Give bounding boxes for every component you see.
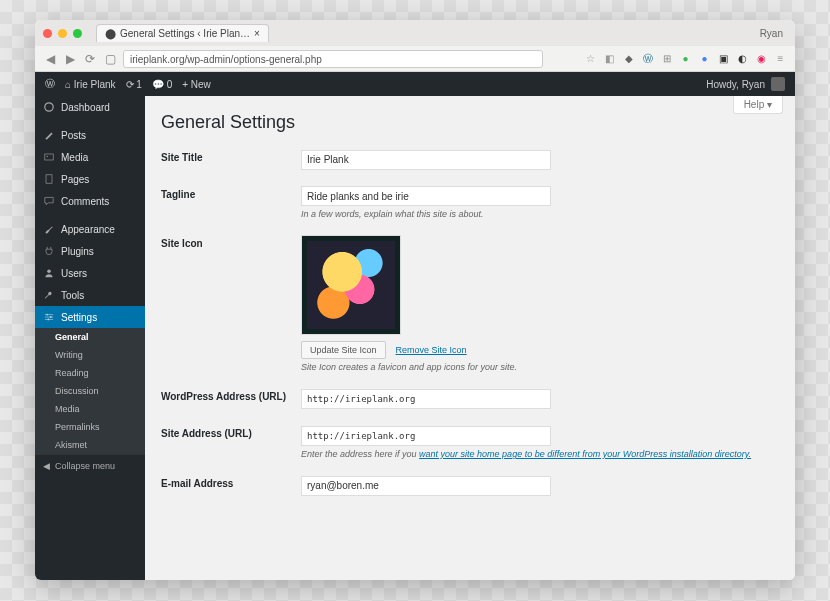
ext-icon[interactable]: ⊞ xyxy=(660,52,673,65)
submenu-writing[interactable]: Writing xyxy=(35,346,145,364)
help-button[interactable]: Help ▾ xyxy=(733,96,783,114)
submenu-media[interactable]: Media xyxy=(35,400,145,418)
sidebar-item-appearance[interactable]: Appearance xyxy=(35,218,145,240)
nav-forward-icon[interactable]: ▶ xyxy=(63,52,77,66)
avatar[interactable] xyxy=(771,77,785,91)
adminbar-new[interactable]: + New xyxy=(182,79,211,90)
sidebar-item-users[interactable]: Users xyxy=(35,262,145,284)
adminbar-site: ⌂ Irie Plank xyxy=(65,79,116,90)
svg-rect-3 xyxy=(46,175,52,183)
sidebar-item-settings[interactable]: Settings xyxy=(35,306,145,328)
wp-admin: Ⓦ ⌂ Irie Plank ⟳ 1 💬 0 + New Howdy, Ryan… xyxy=(35,72,795,580)
row-tagline: Tagline In a few words, explain what thi… xyxy=(161,186,779,220)
svg-point-4 xyxy=(47,269,51,273)
sidebar-item-dashboard[interactable]: Dashboard xyxy=(35,96,145,118)
svg-point-6 xyxy=(50,316,52,318)
site-icon-preview xyxy=(301,235,401,335)
maximize-dot[interactable] xyxy=(73,29,82,38)
adminbar: Ⓦ ⌂ Irie Plank ⟳ 1 💬 0 + New Howdy, Ryan xyxy=(35,72,795,96)
submenu-reading[interactable]: Reading xyxy=(35,364,145,382)
wordpress-icon[interactable]: Ⓦ xyxy=(45,77,55,91)
remove-site-icon-link[interactable]: Remove Site Icon xyxy=(396,345,467,355)
row-email: E-mail Address xyxy=(161,475,779,496)
star-icon[interactable]: ☆ xyxy=(584,52,597,65)
settings-submenu: General Writing Reading Discussion Media… xyxy=(35,328,145,454)
content-area: Help ▾ General Settings Site Title Tagli… xyxy=(145,96,795,580)
row-site-icon: Site Icon Update Site Icon Remove Site I… xyxy=(161,235,779,372)
browser-profile[interactable]: Ryan xyxy=(760,28,783,39)
user-icon xyxy=(43,267,55,279)
pin-icon xyxy=(43,129,55,141)
label-site-icon: Site Icon xyxy=(161,235,301,372)
input-site-url[interactable] xyxy=(301,426,551,446)
label-site-url: Site Address (URL) xyxy=(161,425,301,459)
sidebar-item-media[interactable]: Media xyxy=(35,146,145,168)
svg-point-7 xyxy=(48,319,50,321)
input-email[interactable] xyxy=(301,476,551,496)
input-tagline[interactable] xyxy=(301,186,551,206)
collapse-menu[interactable]: ◀Collapse menu xyxy=(35,454,145,477)
ext-icon[interactable]: ▣ xyxy=(717,52,730,65)
svg-point-2 xyxy=(47,156,48,157)
adminbar-howdy[interactable]: Howdy, Ryan xyxy=(706,79,765,90)
ext-icon[interactable]: ◐ xyxy=(736,52,749,65)
menu-icon[interactable]: ≡ xyxy=(774,52,787,65)
row-site-title: Site Title xyxy=(161,149,779,170)
input-site-title[interactable] xyxy=(301,150,551,170)
submenu-akismet[interactable]: Akismet xyxy=(35,436,145,454)
ext-icon[interactable]: ◉ xyxy=(755,52,768,65)
page-info-icon[interactable]: ▢ xyxy=(103,52,117,66)
browser-window: ⬤ General Settings ‹ Irie Plan… × Ryan ◀… xyxy=(35,20,795,580)
adminbar-comments[interactable]: 💬 0 xyxy=(152,79,172,90)
tab-close-icon[interactable]: × xyxy=(254,28,260,39)
row-wp-url: WordPress Address (URL) xyxy=(161,388,779,409)
sidebar-item-plugins[interactable]: Plugins xyxy=(35,240,145,262)
tab-favicon: ⬤ xyxy=(105,28,116,39)
svg-point-5 xyxy=(46,314,48,316)
wordpress-icon[interactable]: Ⓦ xyxy=(641,52,654,65)
admin-sidebar: Dashboard Posts Media Pages Comments App… xyxy=(35,96,145,580)
nav-back-icon[interactable]: ◀ xyxy=(43,52,57,66)
tab-title: General Settings ‹ Irie Plan… xyxy=(120,28,250,39)
sidebar-item-posts[interactable]: Posts xyxy=(35,124,145,146)
sidebar-item-comments[interactable]: Comments xyxy=(35,190,145,212)
wrench-icon xyxy=(43,289,55,301)
sidebar-item-pages[interactable]: Pages xyxy=(35,168,145,190)
ext-icon[interactable]: ● xyxy=(679,52,692,65)
submenu-discussion[interactable]: Discussion xyxy=(35,382,145,400)
submenu-permalinks[interactable]: Permalinks xyxy=(35,418,145,436)
page-title: General Settings xyxy=(161,112,779,133)
page-icon xyxy=(43,173,55,185)
ext-icon[interactable]: ◆ xyxy=(622,52,635,65)
browser-tab[interactable]: ⬤ General Settings ‹ Irie Plan… × xyxy=(96,24,269,42)
sliders-icon xyxy=(43,311,55,323)
browser-titlebar: ⬤ General Settings ‹ Irie Plan… × Ryan xyxy=(35,20,795,46)
minimize-dot[interactable] xyxy=(58,29,67,38)
desc-site-icon: Site Icon creates a favicon and app icon… xyxy=(301,362,779,372)
label-site-title: Site Title xyxy=(161,149,301,170)
site-icon-art xyxy=(307,241,395,329)
adminbar-updates[interactable]: ⟳ 1 xyxy=(126,79,142,90)
desc-site-url: Enter the address here if you want your … xyxy=(301,449,779,459)
close-dot[interactable] xyxy=(43,29,52,38)
submenu-general[interactable]: General xyxy=(35,328,145,346)
ext-icon[interactable]: ● xyxy=(698,52,711,65)
label-wp-url: WordPress Address (URL) xyxy=(161,388,301,409)
desc-tagline: In a few words, explain what this site i… xyxy=(301,209,779,219)
label-tagline: Tagline xyxy=(161,186,301,220)
site-url-help-link[interactable]: want your site home page to be different… xyxy=(419,449,751,459)
browser-urlbar: ◀ ▶ ⟳ ▢ irieplank.org/wp-admin/options-g… xyxy=(35,46,795,72)
row-site-url: Site Address (URL) Enter the address her… xyxy=(161,425,779,459)
update-site-icon-button[interactable]: Update Site Icon xyxy=(301,341,386,359)
sidebar-item-tools[interactable]: Tools xyxy=(35,284,145,306)
extension-icons: ☆ ◧ ◆ Ⓦ ⊞ ● ● ▣ ◐ ◉ ≡ xyxy=(584,52,787,65)
label-email: E-mail Address xyxy=(161,475,301,496)
url-input[interactable]: irieplank.org/wp-admin/options-general.p… xyxy=(123,50,543,68)
plug-icon xyxy=(43,245,55,257)
svg-rect-1 xyxy=(45,154,53,160)
input-wp-url[interactable] xyxy=(301,389,551,409)
ext-icon[interactable]: ◧ xyxy=(603,52,616,65)
collapse-icon: ◀ xyxy=(43,461,50,471)
comment-icon xyxy=(43,195,55,207)
nav-reload-icon[interactable]: ⟳ xyxy=(83,52,97,66)
